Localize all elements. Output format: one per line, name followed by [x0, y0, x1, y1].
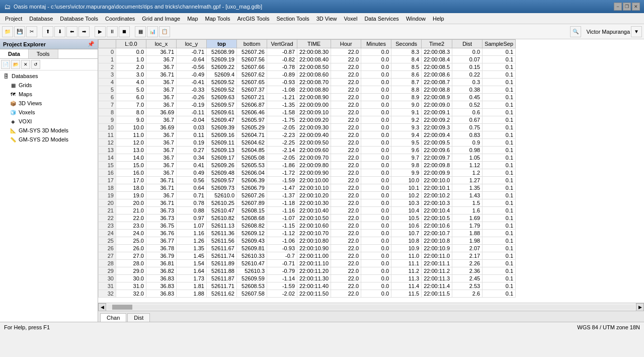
cell-loc_y[interactable]: -0.64 — [177, 56, 207, 63]
cell-VertGrad[interactable]: -2.05 — [267, 124, 297, 131]
cell-Hour[interactable]: 22.0 — [331, 177, 361, 184]
cell-Time2[interactable]: 22:00:10.2 — [422, 192, 452, 199]
cell-TIME[interactable]: 22:00:09.80 — [297, 162, 331, 169]
toolbar-btn-1[interactable]: 📁 — [2, 26, 13, 37]
cell-L-0-0[interactable]: 9.0 — [116, 116, 146, 124]
cell-SampleSep[interactable]: 0.1 — [482, 192, 516, 199]
horizontal-scrollbar[interactable]: ◀ ▶ — [98, 303, 644, 311]
cell-loc_x[interactable]: 36.71 — [146, 71, 177, 79]
cell-loc_x[interactable]: 36.7 — [146, 94, 177, 101]
cell-Time2[interactable]: 22:00:10.8 — [422, 237, 452, 245]
cell-top[interactable]: 52611.87 — [207, 275, 237, 282]
cell-VertGrad[interactable]: -0.71 — [267, 260, 297, 267]
cell-Hour[interactable]: 22.0 — [331, 169, 361, 177]
cell-loc_y[interactable]: 0.27 — [177, 147, 207, 154]
cell-Time2[interactable]: 22:00:10.4 — [422, 207, 452, 215]
cell-Seconds[interactable]: 9.4 — [391, 131, 422, 139]
cell-Dist[interactable]: 1.69 — [452, 215, 482, 222]
cell-Dist[interactable]: 2.17 — [452, 252, 482, 260]
cell-loc_x[interactable]: 36.7 — [146, 147, 177, 154]
cell-VertGrad[interactable]: -0.7 — [267, 252, 297, 260]
cell-Hour[interactable]: 22.0 — [331, 260, 361, 267]
cell-loc_y[interactable]: 1.81 — [177, 282, 207, 290]
cell-Hour[interactable]: 22.0 — [331, 101, 361, 109]
cell-top[interactable]: 52611.88 — [207, 267, 237, 275]
table-row[interactable]: 77.036.7-0.1952609.5752606.87-1.3522:00:… — [99, 101, 516, 109]
cell-SampleSep[interactable]: 0.1 — [482, 131, 516, 139]
cell-loc_y[interactable]: 1.07 — [177, 222, 207, 230]
cell-Time2[interactable]: 22:00:08.3 — [422, 48, 452, 56]
cell-VertGrad[interactable]: -0.78 — [267, 63, 297, 71]
cell-loc_y[interactable]: -0.04 — [177, 116, 207, 124]
cell-Dist[interactable]: 1.27 — [452, 177, 482, 184]
table-row[interactable]: 1414.036.70.3452609.1752605.08-2.0522:00… — [99, 154, 516, 162]
cell-loc_y[interactable]: -0.11 — [177, 109, 207, 116]
cell-Dist[interactable]: 1.6 — [452, 207, 482, 215]
cell-Dist[interactable]: 0.0 — [452, 48, 482, 56]
cell-Dist[interactable]: 1.12 — [452, 162, 482, 169]
cell-L-0-0[interactable]: 24.0 — [116, 230, 146, 237]
cell-Minutes[interactable]: 0.0 — [361, 252, 391, 260]
cell-Hour[interactable]: 22.0 — [331, 109, 361, 116]
cell-loc_x[interactable]: 36.7 — [146, 101, 177, 109]
toolbar-btn-6[interactable]: ⬅ — [66, 26, 77, 37]
cell-bottom[interactable]: 52608.15 — [237, 207, 267, 215]
table-row[interactable]: 1919.036.70.7152610.052607.26-1.3722:00:… — [99, 192, 516, 199]
cell-bottom[interactable]: 52609.43 — [237, 237, 267, 245]
cell-Seconds[interactable]: 11.1 — [391, 260, 422, 267]
cell-Dist[interactable]: 0.83 — [452, 131, 482, 139]
cell-Minutes[interactable]: 0.0 — [361, 154, 391, 162]
cell-VertGrad[interactable]: -1.37 — [267, 192, 297, 199]
cell-Minutes[interactable]: 0.0 — [361, 139, 391, 147]
cell-Minutes[interactable]: 0.0 — [361, 290, 391, 298]
cell-Minutes[interactable]: 0.0 — [361, 230, 391, 237]
cell-bottom[interactable]: 52604.62 — [237, 139, 267, 147]
cell-L-0-0[interactable]: 15.0 — [116, 162, 146, 169]
cell-Time2[interactable]: 22:00:08.4 — [422, 56, 452, 63]
cell-VertGrad[interactable]: -1.35 — [267, 101, 297, 109]
cell-loc_y[interactable]: -0.26 — [177, 94, 207, 101]
cell-Seconds[interactable]: 10.2 — [391, 192, 422, 199]
cell-Hour[interactable]: 22.0 — [331, 230, 361, 237]
cell-bottom[interactable]: 52609.12 — [237, 230, 267, 237]
cell-VertGrad[interactable]: -2.25 — [267, 139, 297, 147]
cell-L-0-0[interactable]: 16.0 — [116, 169, 146, 177]
cell-Seconds[interactable]: 10.8 — [391, 237, 422, 245]
cell-VertGrad[interactable]: -1.21 — [267, 94, 297, 101]
cell-loc_x[interactable]: 36.75 — [146, 222, 177, 230]
cell-Seconds[interactable]: 9.0 — [391, 101, 422, 109]
cell-VertGrad[interactable]: -1.58 — [267, 109, 297, 116]
table-row[interactable]: 1313.036.70.2752609.1352604.85-2.1422:00… — [99, 147, 516, 154]
cell-TIME[interactable]: 22:00:11.40 — [297, 282, 331, 290]
cell-top[interactable]: 52609.4 — [207, 71, 237, 79]
cell-VertGrad[interactable]: -0.93 — [267, 245, 297, 252]
cell-TIME[interactable]: 22:00:09.20 — [297, 116, 331, 124]
cell-loc_y[interactable]: 0.78 — [177, 199, 207, 207]
tree-item-gm-sys-2d-models[interactable]: 📏GM-SYS 2D Models — [8, 135, 97, 144]
cell-TIME[interactable]: 22:00:10.70 — [297, 230, 331, 237]
table-row[interactable]: 3232.036.831.8852611.6252607.58-2.0222:0… — [99, 290, 516, 298]
cell-Time2[interactable]: 22:00:10.6 — [422, 222, 452, 230]
cell-Minutes[interactable]: 0.0 — [361, 245, 391, 252]
cell-Time2[interactable]: 22:00:11.4 — [422, 282, 452, 290]
cell-Time2[interactable]: 22:00:09.9 — [422, 169, 452, 177]
cell-Time2[interactable]: 22:00:10.3 — [422, 199, 452, 207]
cell-L-0-0[interactable]: 18.0 — [116, 184, 146, 192]
cell-loc_x[interactable]: 36.76 — [146, 230, 177, 237]
cell-loc_y[interactable]: -0.71 — [177, 48, 207, 56]
toolbar-btn-7[interactable]: ➡ — [78, 26, 90, 37]
cell-Time2[interactable]: 22:00:11.0 — [422, 252, 452, 260]
cell-Dist[interactable]: 1.88 — [452, 230, 482, 237]
cell-VertGrad[interactable]: -1.07 — [267, 215, 297, 222]
cell-VertGrad[interactable]: -0.79 — [267, 267, 297, 275]
cell-Time2[interactable]: 22:00:09.8 — [422, 162, 452, 169]
cell-Minutes[interactable]: 0.0 — [361, 116, 391, 124]
table-row[interactable]: 00.036.71-0.7152608.9952607.26-0.8722:00… — [99, 48, 516, 56]
cell-loc_x[interactable]: 36.7 — [146, 154, 177, 162]
cell-top[interactable]: 52610.47 — [207, 207, 237, 215]
cell-Minutes[interactable]: 0.0 — [361, 101, 391, 109]
cell-SampleSep[interactable]: 0.1 — [482, 124, 516, 131]
cell-VertGrad[interactable]: -1.18 — [267, 199, 297, 207]
cell-Seconds[interactable]: 11.0 — [391, 252, 422, 260]
cell-TIME[interactable]: 22:00:08.30 — [297, 48, 331, 56]
